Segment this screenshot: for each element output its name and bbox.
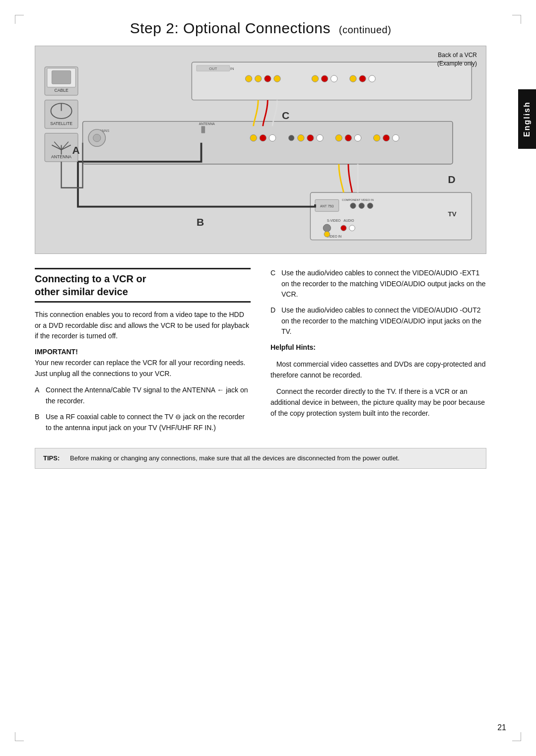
vcr-label: Back of a VCR (Example only) bbox=[437, 51, 477, 68]
svg-point-19 bbox=[245, 75, 252, 82]
svg-rect-29 bbox=[83, 122, 453, 164]
svg-text:CABLE: CABLE bbox=[54, 88, 68, 93]
svg-point-20 bbox=[255, 75, 262, 82]
tips-text: Before making or changing any connection… bbox=[70, 453, 400, 463]
svg-text:B: B bbox=[197, 216, 204, 228]
important-label: IMPORTANT! bbox=[35, 348, 251, 356]
svg-text:COMPONENT VIDEO IN: COMPONENT VIDEO IN bbox=[342, 198, 374, 201]
svg-text:C: C bbox=[282, 110, 289, 121]
main-content: Step 2: Optional Connections (continued)… bbox=[35, 20, 501, 469]
svg-point-32 bbox=[93, 134, 101, 141]
svg-point-21 bbox=[265, 75, 271, 82]
col-right: C Use the audio/video cables to connect … bbox=[270, 268, 486, 438]
svg-text:A: A bbox=[72, 144, 80, 156]
svg-point-28 bbox=[369, 75, 375, 82]
svg-text:D: D bbox=[448, 174, 456, 185]
tips-label: TIPS: bbox=[43, 453, 66, 463]
corner-mark-tl bbox=[15, 15, 24, 24]
page-number: 21 bbox=[497, 723, 506, 732]
svg-point-37 bbox=[269, 134, 275, 141]
svg-point-45 bbox=[373, 134, 380, 141]
svg-rect-2 bbox=[52, 70, 70, 84]
svg-point-25 bbox=[331, 75, 337, 82]
section-heading: Connecting to a VCR or other similar dev… bbox=[35, 268, 251, 303]
svg-text:TV: TV bbox=[448, 210, 457, 218]
svg-point-24 bbox=[321, 75, 328, 82]
text-columns: Connecting to a VCR or other similar dev… bbox=[35, 268, 486, 438]
svg-text:ANT 75Ω: ANT 75Ω bbox=[320, 204, 334, 208]
svg-point-38 bbox=[288, 135, 294, 140]
page-title: Step 2: Optional Connections (continued) bbox=[35, 20, 486, 37]
diagram-area: Back of a VCR (Example only) CABLE SATEL… bbox=[35, 46, 486, 254]
svg-point-46 bbox=[383, 134, 390, 141]
svg-point-43 bbox=[345, 134, 351, 141]
svg-point-53 bbox=[359, 203, 364, 208]
svg-point-59 bbox=[341, 225, 346, 231]
list-item-c: C Use the audio/video cables to connect … bbox=[270, 268, 486, 300]
helpful-hints-text2: Connect the recorder directly to the TV.… bbox=[270, 386, 486, 419]
svg-point-44 bbox=[354, 134, 361, 141]
svg-text:OUT: OUT bbox=[209, 66, 217, 71]
svg-text:ANTENNA: ANTENNA bbox=[199, 122, 215, 126]
tips-bar: TIPS: Before making or changing any conn… bbox=[35, 448, 486, 469]
corner-mark-bl bbox=[15, 732, 24, 741]
list-item-d: D Use the audio/video cables to connect … bbox=[270, 305, 486, 337]
svg-point-47 bbox=[393, 134, 399, 141]
intro-text: This connection enables you to record fr… bbox=[35, 310, 251, 342]
svg-text:AUDIO: AUDIO bbox=[343, 219, 354, 222]
svg-point-41 bbox=[317, 134, 323, 141]
list-item-b: B Use a RF coaxial cable to connect the … bbox=[35, 412, 251, 433]
svg-point-22 bbox=[274, 75, 280, 82]
helpful-hints-text1: Most commercial video cassettes and DVDs… bbox=[270, 359, 486, 380]
helpful-hints-label: Helpful Hints: bbox=[270, 342, 486, 353]
svg-point-60 bbox=[349, 225, 355, 231]
col-left: Connecting to a VCR or other similar dev… bbox=[35, 268, 251, 438]
svg-point-26 bbox=[350, 75, 356, 82]
svg-text:S-VIDEO: S-VIDEO bbox=[327, 219, 341, 222]
svg-point-36 bbox=[260, 134, 266, 141]
svg-rect-33 bbox=[201, 126, 205, 133]
english-tab: English bbox=[518, 89, 536, 149]
svg-point-40 bbox=[307, 134, 314, 141]
svg-point-52 bbox=[350, 203, 356, 208]
svg-point-27 bbox=[359, 75, 366, 82]
svg-point-23 bbox=[312, 75, 318, 82]
diagram-svg: CABLE SATELLITE ANTENNA OUT IN bbox=[35, 46, 486, 253]
svg-text:SATELLITE: SATELLITE bbox=[50, 121, 72, 126]
corner-mark-tr bbox=[512, 15, 521, 24]
svg-point-62 bbox=[324, 231, 330, 237]
svg-point-35 bbox=[250, 134, 257, 141]
svg-text:ANTENNA: ANTENNA bbox=[51, 154, 71, 159]
important-text: Your new recorder can replace the VCR fo… bbox=[35, 358, 251, 379]
list-item-a: A Connect the Antenna/Cable TV signal to… bbox=[35, 385, 251, 406]
svg-point-39 bbox=[298, 134, 304, 141]
svg-point-54 bbox=[367, 203, 373, 208]
svg-text:IN: IN bbox=[230, 66, 234, 71]
svg-point-42 bbox=[335, 134, 342, 141]
corner-mark-br bbox=[512, 732, 521, 741]
svg-point-57 bbox=[323, 224, 331, 232]
